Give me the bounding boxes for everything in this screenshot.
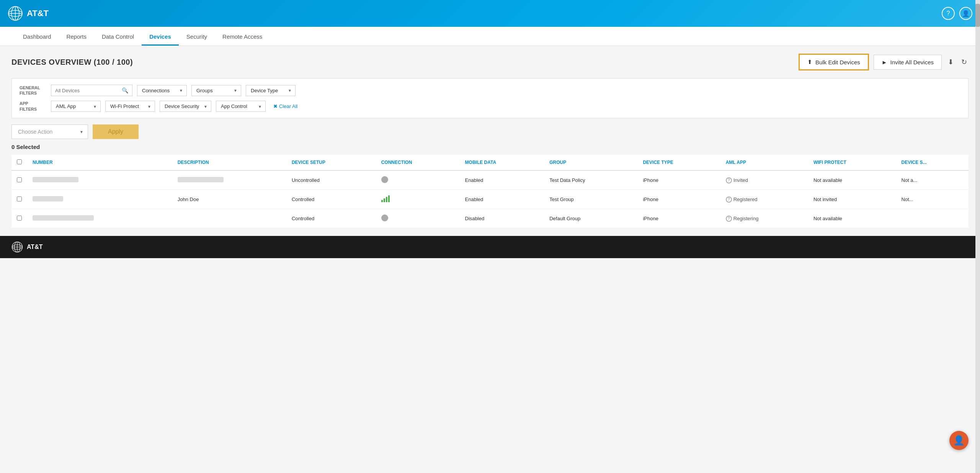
wifi-protect-filter-wrapper: Wi-Fi Protect [105, 101, 155, 112]
table-row: Uncontrolled Enabled Test Data Policy iP… [11, 170, 969, 190]
row2-device-s: Not... [896, 190, 969, 209]
row1-connection [376, 170, 460, 190]
col-device-s: DEVICE S... [896, 155, 969, 170]
row3-connection [376, 209, 460, 228]
header: AT&T ? 👤 [0, 0, 980, 27]
filters-section: GENERAL FILTERS 🔍 Connections Groups Dev… [11, 78, 969, 118]
brand-logo: AT&T [8, 6, 49, 21]
row2-device-setup: Controlled [286, 190, 376, 209]
upload-icon: ⬆ [807, 59, 812, 65]
row3-aml-badge: ? Registering [726, 216, 759, 222]
col-device-setup: DEVICE SETUP [286, 155, 376, 170]
row2-connection [376, 190, 460, 209]
att-globe-icon [8, 6, 23, 21]
nav-security[interactable]: Security [179, 28, 215, 46]
clear-all-button[interactable]: ✖ Clear All [273, 103, 297, 109]
row2-group: Test Group [544, 190, 637, 209]
table-row: Controlled Disabled Default Group iPhone… [11, 209, 969, 228]
search-icon: 🔍 [122, 87, 128, 93]
row2-aml-badge: ? Registered [726, 196, 758, 203]
row1-checkbox-cell [11, 170, 27, 190]
row3-device-type: iPhone [637, 209, 720, 228]
row2-checkbox[interactable] [17, 196, 22, 201]
row2-checkbox-cell [11, 190, 27, 209]
bulk-edit-button[interactable]: ⬆ Bulk Edit Devices [799, 54, 869, 70]
nav-reports[interactable]: Reports [59, 28, 94, 46]
question-icon: ? [726, 216, 732, 222]
connection-grey-icon [381, 214, 388, 221]
bar3 [386, 197, 387, 202]
download-button[interactable]: ⬇ [946, 56, 955, 68]
row1-checkbox[interactable] [17, 177, 22, 182]
app-control-filter-wrapper: App Control [216, 101, 266, 112]
search-input[interactable] [55, 88, 119, 93]
scrollbar-thumb[interactable] [975, 4, 980, 27]
row3-wifi-protect: Not available [808, 209, 896, 228]
main-content: DEVICES OVERVIEW (100 / 100) ⬆ Bulk Edit… [0, 46, 980, 236]
col-description: DESCRIPTION [172, 155, 286, 170]
select-all-checkbox[interactable] [17, 159, 22, 164]
general-filters-row: GENERAL FILTERS 🔍 Connections Groups Dev… [20, 85, 960, 96]
question-icon: ? [726, 177, 732, 183]
choose-action-select[interactable]: Choose Action [11, 124, 88, 139]
general-filters-label: GENERAL FILTERS [20, 85, 46, 96]
app-control-filter[interactable]: App Control [216, 101, 266, 112]
col-mobile-data: MOBILE DATA [460, 155, 544, 170]
device-type-filter[interactable]: Device Type [246, 85, 296, 96]
col-device-type: DEVICE TYPE [637, 155, 720, 170]
aml-app-filter[interactable]: AML App [51, 101, 101, 112]
row1-mobile-data: Enabled [460, 170, 544, 190]
brand-name: AT&T [27, 8, 49, 18]
footer-brand-name: AT&T [27, 244, 42, 250]
row2-wifi-protect: Not invited [808, 190, 896, 209]
row3-aml-label: Registering [733, 216, 759, 221]
send-icon: ► [882, 59, 887, 65]
connections-filter-wrapper: Connections [137, 85, 187, 96]
row3-group: Default Group [544, 209, 637, 228]
nav-bar: Dashboard Reports Data Control Devices S… [0, 27, 980, 46]
question-icon: ? [726, 196, 732, 203]
row2-aml-label: Registered [733, 196, 758, 202]
help-button[interactable]: ? [942, 7, 955, 20]
device-security-filter-wrapper: Device Security [160, 101, 211, 112]
user-button[interactable]: 👤 [959, 7, 972, 20]
selected-count: 0 Selected [11, 144, 969, 150]
row1-description [172, 170, 286, 190]
invite-all-button[interactable]: ► Invite All Devices [874, 55, 942, 70]
row1-aml-badge: ? Invited [726, 177, 748, 183]
col-group: GROUP [544, 155, 637, 170]
wifi-protect-filter[interactable]: Wi-Fi Protect [105, 101, 155, 112]
refresh-button[interactable]: ↻ [960, 56, 969, 68]
nav-dashboard[interactable]: Dashboard [15, 28, 59, 46]
apply-button[interactable]: Apply [93, 124, 139, 139]
row1-aml-app: ? Invited [720, 170, 808, 190]
groups-filter-wrapper: Groups [191, 85, 241, 96]
invite-all-label: Invite All Devices [890, 59, 934, 65]
footer-globe-icon [11, 241, 23, 253]
bar4 [388, 195, 390, 202]
header-icons: ? 👤 [942, 7, 972, 20]
footer-brand: AT&T [27, 244, 42, 250]
connections-filter[interactable]: Connections [137, 85, 187, 96]
row3-device-s [896, 209, 969, 228]
selected-number: 0 [11, 144, 15, 150]
row3-number [27, 209, 172, 228]
table-body: Uncontrolled Enabled Test Data Policy iP… [11, 170, 969, 228]
nav-remote-access[interactable]: Remote Access [215, 28, 270, 46]
search-field[interactable]: 🔍 [51, 85, 132, 96]
nav-data-control[interactable]: Data Control [94, 28, 142, 46]
app-filters-label: APP FILTERS [20, 101, 46, 112]
select-all-header [11, 155, 27, 170]
row3-checkbox[interactable] [17, 216, 22, 221]
groups-filter[interactable]: Groups [191, 85, 241, 96]
nav-devices[interactable]: Devices [142, 28, 179, 46]
row1-number [27, 170, 172, 190]
devices-table: NUMBER DESCRIPTION DEVICE SETUP CONNECTI… [11, 155, 969, 228]
selected-text: Selected [16, 144, 40, 150]
connection-grey-icon [381, 176, 388, 183]
overview-header: DEVICES OVERVIEW (100 / 100) ⬆ Bulk Edit… [11, 54, 969, 70]
bulk-edit-label: Bulk Edit Devices [815, 59, 860, 65]
device-security-filter[interactable]: Device Security [160, 101, 211, 112]
app-filters-row: APP FILTERS AML App Wi-Fi Protect Device… [20, 101, 960, 112]
page-title: DEVICES OVERVIEW (100 / 100) [11, 58, 133, 67]
